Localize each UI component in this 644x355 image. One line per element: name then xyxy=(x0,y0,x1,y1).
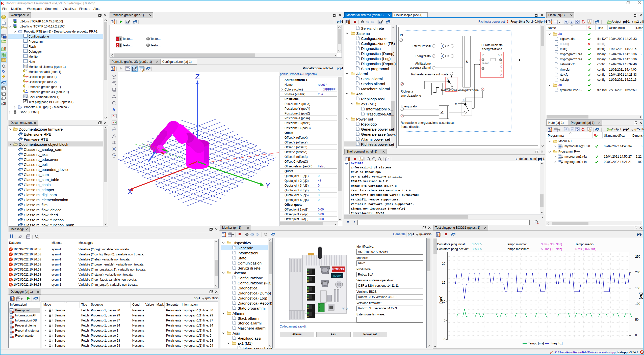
svg-text:energizzazione: energizzazione xyxy=(401,94,421,97)
svg-text:1: 1 xyxy=(119,37,121,41)
svg-text:energizzazione: energizzazione xyxy=(482,47,502,51)
svg-text:0: 0 xyxy=(116,37,118,41)
svg-text:Abilitazione: Abilitazione xyxy=(415,62,431,65)
svg-text:Richiesta assunta sul fronte: Richiesta assunta sul fronte xyxy=(411,73,449,76)
svg-text:A: A xyxy=(112,108,115,112)
svg-text:et: et xyxy=(500,61,502,65)
svg-text:IN: IN xyxy=(400,34,403,37)
svg-text:-1: -1 xyxy=(441,45,443,47)
svg-text:fronte di salita: fronte di salita xyxy=(401,125,420,129)
svg-text:&: & xyxy=(466,60,468,64)
svg-text:-1: -1 xyxy=(441,55,443,57)
svg-text:0: 0 xyxy=(500,65,502,69)
svg-text:Energizzato: Energizzato xyxy=(415,54,431,58)
svg-text:ROBOX: ROBOX xyxy=(332,267,344,271)
svg-text:x: x xyxy=(140,68,141,71)
svg-text:in: in xyxy=(482,53,484,57)
svg-text:Z: Z xyxy=(195,72,200,81)
svg-text:pt: pt xyxy=(500,70,502,73)
svg-text:Energizzato: Energizzato xyxy=(401,105,417,108)
svg-text:reset: reset xyxy=(482,62,489,65)
svg-text:Retroazione energizzazione: Retroazione energizzazione xyxy=(441,88,479,92)
svg-text:0: 0 xyxy=(463,99,465,102)
svg-text:1: 1 xyxy=(464,115,466,118)
svg-text:0: 0 xyxy=(500,74,502,77)
svg-text:Esterni irrisolti: Esterni irrisolti xyxy=(412,44,431,48)
svg-text:o: o xyxy=(455,102,457,105)
svg-text:ROBOX: ROBOX xyxy=(333,275,342,277)
svg-text:0: 0 xyxy=(116,44,118,47)
svg-text:≥1: ≥1 xyxy=(440,111,444,114)
svg-text:Durata richiesta: Durata richiesta xyxy=(481,43,503,47)
svg-text:X: X xyxy=(127,187,133,196)
svg-text:assenza allarmi: assenza allarmi xyxy=(410,66,431,69)
svg-text:1: 1 xyxy=(119,44,121,47)
svg-text:Y: Y xyxy=(265,181,270,189)
svg-text:Retroazione energizzazione ass: Retroazione energizzazione assunta sul xyxy=(401,121,454,125)
svg-text:RP-2: RP-2 xyxy=(342,307,348,310)
svg-text:out: out xyxy=(498,53,502,57)
svg-text:Richiesta: Richiesta xyxy=(401,90,413,93)
